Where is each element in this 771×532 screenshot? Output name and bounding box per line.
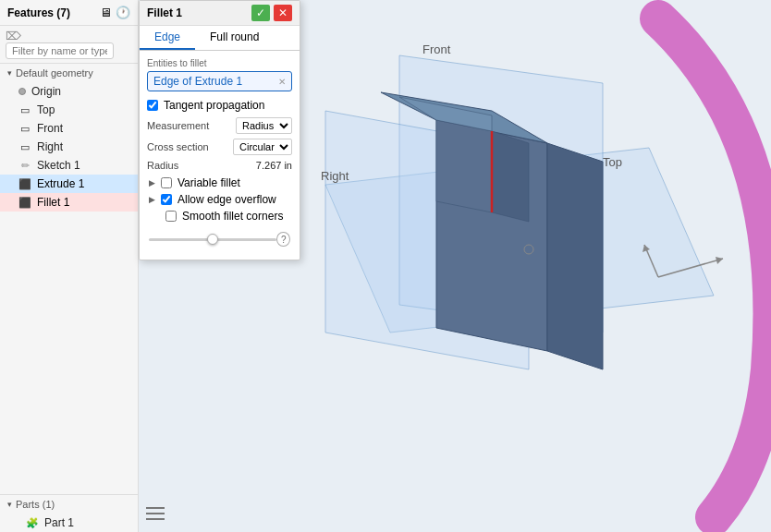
panel-header: Fillet 1 ✓ ✕ [140, 1, 300, 26]
allow-edge-overflow-checkbox[interactable] [161, 194, 172, 205]
monitor-icon[interactable]: 🖥 [100, 6, 112, 19]
main-area: Fillet 1 ✓ ✕ Edge Full round Entities to… [139, 0, 771, 532]
sidebar: Features (7) 🖥 🕐 ⌦ ▾ Default geometry Or… [0, 0, 139, 532]
origin-label: Origin [31, 85, 61, 98]
label-right: Right [321, 169, 349, 183]
origin-icon [18, 88, 26, 95]
panel-title: Fillet 1 [147, 6, 182, 19]
plane-icon-right: ▭ [18, 141, 31, 153]
allow-edge-overflow-label: Allow edge overflow [177, 193, 276, 206]
entities-section: Entities to fillet Edge of Extrude 1 ✕ [147, 58, 292, 91]
list-view-icon[interactable] [146, 507, 165, 525]
svg-rect-1 [146, 513, 165, 514]
sidebar-title: Features (7) [7, 6, 70, 19]
slider-row: ? [147, 226, 292, 252]
filter-icon: ⌦ [6, 30, 21, 42]
measurement-row: Measurement Radius [147, 117, 292, 134]
part1-label: Part 1 [44, 516, 74, 529]
part-icon: 🧩 [26, 517, 39, 529]
plane-icon-front: ▭ [18, 123, 31, 135]
variable-fillet-checkbox[interactable] [161, 177, 172, 188]
panel-header-actions: ✓ ✕ [251, 5, 292, 21]
sidebar-item-origin[interactable]: Origin [0, 82, 138, 101]
sidebar-bottom: ▾ Parts (1) 🧩 Part 1 [0, 494, 138, 532]
right-label: Right [37, 140, 63, 153]
sidebar-item-part1[interactable]: 🧩 Part 1 [0, 514, 138, 532]
svg-marker-9 [436, 120, 492, 212]
expand-arrow-edge: ▶ [149, 195, 155, 204]
entity-close-icon[interactable]: ✕ [278, 77, 286, 87]
panel-content: Entities to fillet Edge of Extrude 1 ✕ T… [140, 51, 300, 260]
fillet-slider[interactable] [149, 238, 276, 241]
plane-icon-top: ▭ [18, 104, 31, 116]
smooth-fillet-label: Smooth fillet corners [182, 210, 283, 223]
help-icon[interactable]: ? [276, 232, 290, 247]
radius-value: 7.267 in [256, 160, 292, 171]
measurement-label: Measurement [147, 120, 221, 131]
cross-section-select[interactable]: Circular [233, 139, 292, 155]
sidebar-item-top[interactable]: ▭ Top [0, 101, 138, 119]
svg-marker-15 [716, 257, 723, 264]
tab-full-round[interactable]: Full round [195, 26, 274, 50]
sidebar-filter: ⌦ [0, 26, 138, 64]
label-top: Top [603, 155, 622, 169]
accept-button[interactable]: ✓ [251, 5, 270, 21]
extrude1-label: Extrude 1 [37, 177, 84, 190]
svg-marker-11 [492, 131, 529, 222]
entities-label: Entities to fillet [147, 58, 292, 68]
top-label: Top [37, 103, 55, 116]
entity-value: Edge of Extrude 1 [153, 75, 242, 88]
sketch-icon: ✏ [18, 160, 31, 172]
parts-section: ▾ Parts (1) [0, 495, 138, 514]
tangent-checkbox[interactable] [147, 100, 158, 111]
radius-row: Radius 7.267 in [147, 160, 292, 171]
filter-input[interactable] [6, 42, 114, 59]
smooth-fillet-row: Smooth fillet corners [147, 210, 292, 223]
variable-fillet-row[interactable]: ▶ Variable fillet [147, 176, 292, 189]
fillet-icon: ⬛ [18, 197, 31, 209]
reject-button[interactable]: ✕ [274, 5, 292, 21]
radius-label: Radius [147, 160, 178, 171]
sidebar-header-icons: 🖥 🕐 [100, 6, 130, 19]
fillet1-label: Fillet 1 [37, 196, 69, 209]
sidebar-item-sketch1[interactable]: ✏ Sketch 1 [0, 156, 138, 175]
label-front: Front [422, 42, 451, 56]
cross-section-label: Cross section [147, 141, 221, 152]
allow-edge-overflow-row[interactable]: ▶ Allow edge overflow [147, 193, 292, 206]
front-label: Front [37, 122, 63, 135]
cross-section-row: Cross section Circular [147, 139, 292, 155]
expand-arrow-variable: ▶ [149, 178, 155, 187]
default-geometry-section: ▾ Default geometry [0, 64, 138, 82]
smooth-fillet-checkbox[interactable] [165, 211, 177, 222]
svg-rect-2 [146, 518, 165, 520]
panel-tabs: Edge Full round [140, 26, 300, 51]
sidebar-item-right[interactable]: ▭ Right [0, 138, 138, 156]
sidebar-header: Features (7) 🖥 🕐 [0, 0, 138, 26]
chevron-down-icon: ▾ [7, 68, 12, 78]
svg-marker-8 [547, 143, 603, 369]
tangent-row: Tangent propagation [147, 99, 292, 112]
measurement-select[interactable]: Radius [236, 117, 292, 134]
sidebar-item-fillet1[interactable]: ⬛ Fillet 1 [0, 193, 138, 212]
extrude-icon: ⬛ [18, 178, 31, 190]
sidebar-item-extrude1[interactable]: ⬛ Extrude 1 [0, 175, 138, 193]
sidebar-item-front[interactable]: ▭ Front [0, 119, 138, 138]
variable-fillet-label: Variable fillet [177, 176, 240, 189]
tangent-label: Tangent propagation [164, 99, 264, 112]
entity-box[interactable]: Edge of Extrude 1 ✕ [147, 71, 292, 91]
svg-rect-0 [146, 507, 165, 509]
fillet-panel: Fillet 1 ✓ ✕ Edge Full round Entities to… [139, 0, 300, 260]
tab-edge[interactable]: Edge [140, 26, 195, 50]
clock-icon[interactable]: 🕐 [116, 6, 130, 19]
chevron-down-icon-parts: ▾ [7, 500, 12, 509]
sketch1-label: Sketch 1 [37, 159, 80, 172]
